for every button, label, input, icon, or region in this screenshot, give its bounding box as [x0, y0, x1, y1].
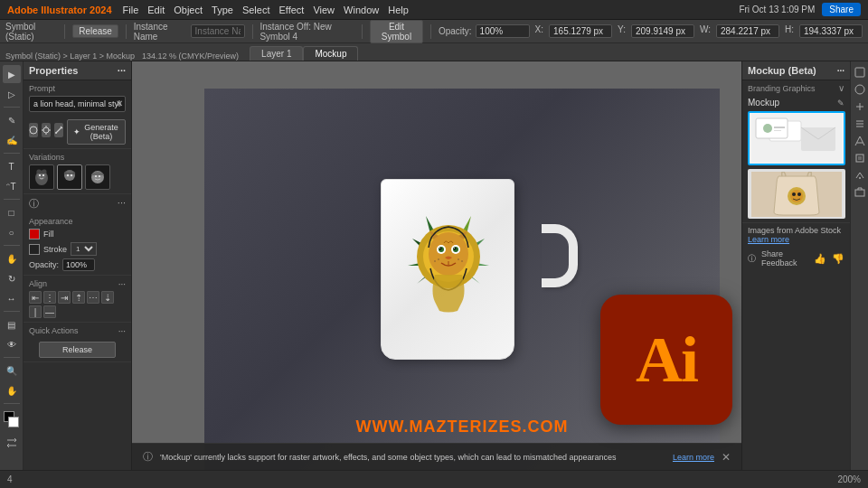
- scale-tool[interactable]: ↔: [3, 289, 21, 307]
- clear-prompt-icon[interactable]: ✕: [116, 99, 123, 108]
- hand-tool[interactable]: ✋: [3, 381, 21, 399]
- paintbrush-tool[interactable]: ✋: [3, 249, 21, 267]
- opacity-value-input[interactable]: [62, 258, 95, 271]
- variation-2[interactable]: [57, 164, 82, 190]
- branding-label: Branding Graphics: [748, 84, 816, 93]
- swap-colors-icon[interactable]: [5, 438, 18, 449]
- type-tool[interactable]: T: [3, 157, 21, 175]
- right-icon-3[interactable]: [853, 99, 867, 114]
- align-menu-icon[interactable]: ···: [118, 279, 126, 291]
- ai-logo-overlay: Ai: [600, 295, 732, 425]
- right-icon-2[interactable]: [853, 82, 867, 97]
- svg-point-15: [429, 232, 468, 276]
- distribute-h[interactable]: |: [29, 305, 42, 318]
- menu-window[interactable]: Window: [344, 5, 379, 15]
- quick-actions-menu-icon[interactable]: ···: [118, 326, 126, 338]
- ellipse-tool[interactable]: ○: [3, 223, 21, 241]
- close-warning-button[interactable]: ✕: [722, 451, 731, 464]
- menu-effect[interactable]: Effect: [278, 5, 304, 15]
- stroke-weight-select[interactable]: 123: [71, 242, 97, 256]
- stroke-swatch[interactable]: [8, 417, 19, 427]
- mockup-panel-menu[interactable]: ···: [837, 66, 844, 76]
- pen-tool[interactable]: ✎: [3, 111, 21, 129]
- variation-1[interactable]: [29, 164, 54, 190]
- align-top[interactable]: ⇡: [72, 291, 85, 304]
- tool-separator-3: [4, 199, 20, 200]
- right-icon-4[interactable]: [853, 117, 867, 131]
- right-icon-5[interactable]: [853, 134, 867, 148]
- adobe-stock-label: Images from Adobe Stock: [748, 226, 841, 235]
- menu-edit[interactable]: Edit: [147, 5, 165, 15]
- direct-selection-tool[interactable]: ▷: [3, 85, 21, 103]
- h-field[interactable]: [799, 24, 863, 38]
- x-field[interactable]: [549, 24, 612, 38]
- align-bottom[interactable]: ⇣: [101, 291, 114, 304]
- right-icon-8[interactable]: [853, 185, 867, 200]
- section-menu-icon[interactable]: ···: [118, 197, 126, 211]
- rectangle-tool[interactable]: □: [3, 203, 21, 221]
- thumbs-down-icon[interactable]: 👎: [832, 253, 844, 265]
- properties-menu-icon[interactable]: ···: [118, 65, 126, 76]
- settings-icon[interactable]: [42, 123, 51, 137]
- pencil-tool[interactable]: ✍: [3, 131, 21, 149]
- stroke-color-swatch[interactable]: [29, 244, 40, 255]
- tab-mockup[interactable]: Mockup: [303, 46, 358, 61]
- learn-more-link[interactable]: Learn more: [673, 453, 714, 462]
- eyedropper-tool[interactable]: 👁: [3, 335, 21, 353]
- mockup-panel-header: Mockup (Beta) ···: [742, 61, 850, 80]
- variation-3[interactable]: [85, 164, 110, 190]
- reference-icon[interactable]: [29, 123, 38, 137]
- menu-view[interactable]: View: [313, 5, 335, 15]
- coordinates-display: X: Y: W: H:: [535, 24, 863, 38]
- menu-type[interactable]: Type: [212, 5, 233, 15]
- opacity-label: Opacity:: [439, 26, 472, 36]
- right-icon-6[interactable]: [853, 151, 867, 165]
- y-field[interactable]: [631, 24, 694, 38]
- fill-color-swatch[interactable]: [29, 229, 40, 239]
- generate-button[interactable]: ✦ Generate (Beta): [67, 119, 126, 145]
- release-button[interactable]: Release: [72, 24, 118, 38]
- canvas-area[interactable]: WWW.MAZTERIZES.COM ⓘ 'Mockup' currently …: [132, 61, 741, 470]
- main-layout: ▶ ▷ ✎ ✍ T ᵔT □ ○ ✋ ↻ ↔ ▤ 👁 🔍 ✋: [0, 61, 868, 470]
- menu-select[interactable]: Select: [242, 5, 270, 15]
- zoom-tool[interactable]: 🔍: [3, 361, 21, 380]
- selection-tool[interactable]: ▶: [3, 65, 21, 83]
- distribute-v[interactable]: —: [43, 305, 56, 318]
- datetime-display: Fri Oct 13 1:09 PM: [739, 5, 815, 14]
- share-button[interactable]: Share: [822, 3, 861, 16]
- edit-symbol-button[interactable]: Edit Symbol: [370, 20, 423, 43]
- mockup-thumb-1[interactable]: [748, 111, 845, 165]
- align-center-h[interactable]: ⋮: [43, 291, 56, 304]
- right-icon-7[interactable]: [853, 168, 867, 183]
- menu-file[interactable]: File: [123, 5, 139, 15]
- rotate-tool[interactable]: ↻: [3, 269, 21, 287]
- info-icon[interactable]: ⓘ: [29, 197, 39, 211]
- gradient-tool[interactable]: ▤: [3, 315, 21, 333]
- align-right[interactable]: ⇥: [58, 291, 71, 304]
- align-center-v[interactable]: ⋯: [87, 291, 99, 304]
- branding-chevron[interactable]: ∨: [838, 83, 844, 93]
- opacity-input[interactable]: [476, 24, 530, 38]
- w-field[interactable]: [716, 24, 779, 38]
- adobe-stock-learn-more[interactable]: Learn more: [748, 235, 789, 244]
- feedback-row: ⓘ Share Feedback 👍 👎: [742, 247, 850, 270]
- share-feedback-label: Share Feedback: [761, 249, 808, 267]
- align-left[interactable]: ⇤: [29, 291, 42, 304]
- quick-release-button[interactable]: Release: [39, 342, 117, 358]
- quick-actions-label: Quick Actions: [29, 326, 79, 335]
- svg-point-5: [39, 174, 41, 176]
- tool-separator-1: [4, 107, 20, 108]
- tabs-bar: Symbol (Static) > Layer 1 > Mockup 134.1…: [0, 43, 868, 61]
- prompt-input[interactable]: [29, 96, 126, 112]
- wand-icon[interactable]: [54, 123, 63, 137]
- instance-name-input[interactable]: [191, 24, 245, 38]
- mockup-edit-icon[interactable]: ✎: [837, 99, 844, 108]
- menu-object[interactable]: Object: [174, 5, 203, 15]
- status-bar: 4 200%: [0, 470, 868, 488]
- menu-help[interactable]: Help: [388, 5, 409, 15]
- tab-layer1[interactable]: Layer 1: [250, 46, 303, 61]
- mockup-thumb-2[interactable]: [748, 169, 845, 219]
- touch-type-tool[interactable]: ᵔT: [3, 177, 21, 195]
- thumbs-up-icon[interactable]: 👍: [814, 253, 826, 265]
- right-icon-1[interactable]: [853, 65, 867, 80]
